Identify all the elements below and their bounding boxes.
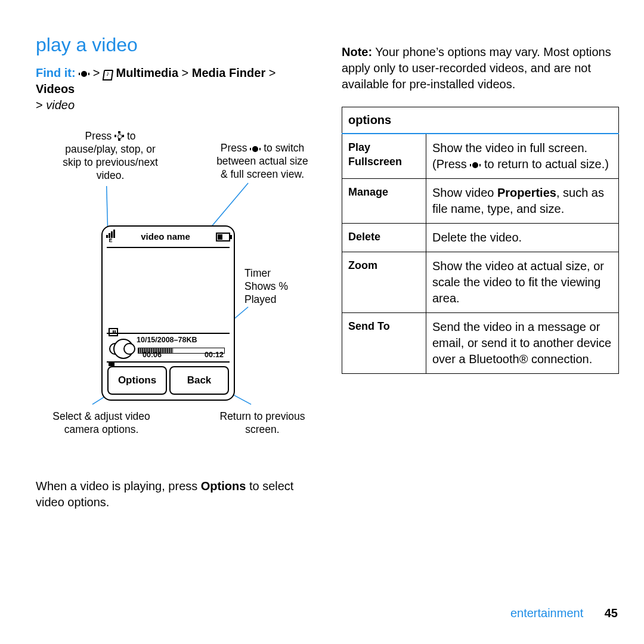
next-icon [123,343,135,355]
status-bar: E video name [106,229,230,244]
path-videos: Videos [36,82,75,95]
footer-section: entertainment [510,606,583,620]
table-row: ZoomShow the video at actual size, or sc… [342,252,619,313]
option-name: Delete [342,224,426,252]
note-paragraph: Note: Your phone’s options may vary. Mos… [342,44,619,92]
option-name: Zoom [342,252,426,313]
option-desc: Delete the video. [426,224,619,252]
body-paragraph: When a video is playing, press Options t… [36,478,313,510]
option-desc: Show the video in full screen. (Press to… [426,134,619,179]
path-video-italic: video [46,98,75,112]
softkey-back[interactable]: Back [169,366,229,395]
table-row: Play FullscreenShow the video in full sc… [342,134,619,179]
table-row: ManageShow video Properties, such as fil… [342,179,619,224]
note-text: Your phone’s options may vary. Most opti… [342,45,611,91]
table-row: DeleteDelete the video. [342,224,619,252]
softkey-row: Options Back [106,365,230,396]
find-it-path: Find it: > Multimedia > Media Finder > V… [36,65,313,113]
section-title: play a video [36,32,313,58]
softkey-options[interactable]: Options [107,366,167,395]
table-row: Send ToSend the video in a message or em… [342,313,619,374]
option-desc: Show the video at actual size, or scale … [426,252,619,313]
option-desc: Send the video in a message or email, or… [426,313,619,374]
option-desc: Show video Properties, such as file name… [426,179,619,224]
right-column: Note: Your phone’s options may vary. Mos… [342,32,619,522]
time-elapsed: 00:06 [143,350,162,360]
center-select-icon [79,71,89,77]
time-total: 00:12 [205,350,224,360]
video-title: video name [141,231,190,243]
path-media-finder: Media Finder [192,66,265,79]
path-multimedia: Multimedia [116,66,178,79]
footer-page-number: 45 [605,606,618,620]
multimedia-icon [103,68,113,79]
video-meta: 10/15/2008–78KB [137,335,197,345]
control-bar: 10/15/2008–78KB 00:06 00:12 [107,333,230,363]
signal-icon: E [106,230,115,244]
phone-illustration: Press topause/play, stop, orskip to prev… [36,130,313,464]
page-footer: entertainment 45 [510,605,618,621]
transport-control [109,339,135,357]
option-name: Play Fullscreen [342,134,426,179]
video-preview-area [107,247,230,332]
find-it-label: Find it: [36,66,76,79]
pause-icon [109,328,118,336]
battery-icon [216,233,230,242]
options-table: options Play FullscreenShow the video in… [342,107,619,374]
option-name: Manage [342,179,426,224]
left-column: play a video Find it: > Multimedia > Med… [36,32,313,522]
center-select-icon [470,162,481,168]
phone-frame: E video name 10/15/2008–78KB 00:06 [101,225,235,401]
note-label: Note: [342,45,372,58]
option-name: Send To [342,313,426,374]
options-table-header: options [342,107,619,134]
